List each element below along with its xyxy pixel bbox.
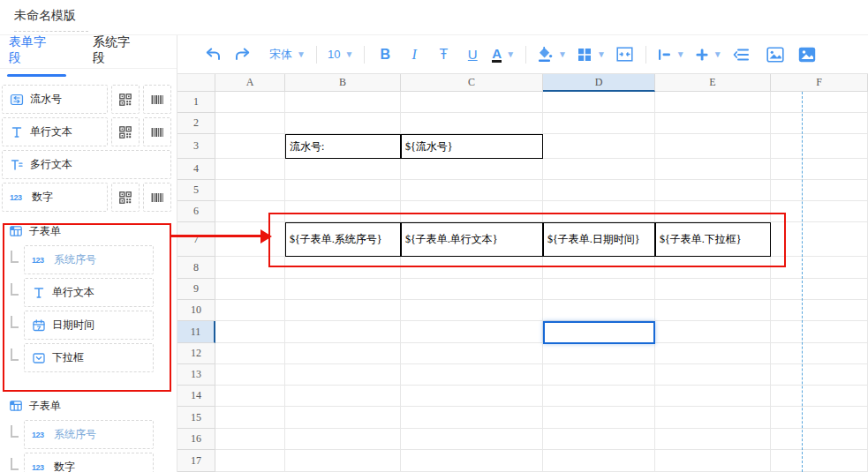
grid-cell-A16[interactable]	[215, 429, 285, 450]
outdent-button[interactable]	[732, 42, 751, 67]
grid-cell-B12[interactable]	[285, 343, 401, 364]
qr-code-button[interactable]	[111, 183, 140, 212]
subform-field-item[interactable]: 下拉框	[24, 343, 154, 372]
insert-button[interactable]: ▼	[695, 42, 722, 67]
grid-cell-A3[interactable]	[215, 134, 285, 159]
italic-button[interactable]: I	[404, 42, 424, 67]
grid-cell-C13[interactable]	[401, 364, 543, 386]
grid-cell-F5[interactable]	[771, 180, 868, 201]
underline-button[interactable]: U	[463, 42, 482, 67]
row-header-3[interactable]: 3	[177, 134, 215, 159]
grid-cell-D11[interactable]	[543, 321, 655, 343]
row-header-9[interactable]: 9	[177, 279, 215, 300]
align-button[interactable]: ▼	[657, 42, 685, 67]
borders-button[interactable]: ▼	[577, 42, 606, 67]
grid-cell-A1[interactable]	[215, 92, 285, 113]
grid-cell-F11[interactable]	[771, 321, 868, 343]
grid-cell-C6[interactable]	[401, 201, 543, 222]
row-header-14[interactable]: 14	[177, 386, 215, 407]
grid-cell-F3[interactable]	[771, 134, 868, 159]
grid-cell-B3[interactable]: 流水号:	[285, 134, 401, 159]
grid-cell-F12[interactable]	[771, 343, 868, 364]
grid-cell-B10[interactable]	[285, 300, 401, 321]
grid-cell-E8[interactable]	[655, 257, 771, 279]
column-header-E[interactable]: E	[655, 74, 771, 92]
grid-cell-A4[interactable]	[215, 159, 285, 180]
insert-image-button[interactable]	[766, 42, 785, 67]
column-header-F[interactable]: F	[771, 74, 868, 92]
grid-cell-D5[interactable]	[543, 180, 655, 201]
grid-cell-A12[interactable]	[215, 343, 285, 364]
grid-cell-D16[interactable]	[543, 429, 655, 450]
grid-cell-B11[interactable]	[285, 321, 401, 343]
grid-cell-F7[interactable]	[771, 222, 868, 257]
grid-cell-B2[interactable]	[285, 113, 401, 134]
qr-code-button[interactable]	[111, 85, 140, 114]
grid-cell-B1[interactable]	[285, 92, 401, 113]
grid-cell-C7[interactable]: ${子表单.单行文本}	[401, 222, 543, 257]
grid-cell-B13[interactable]	[285, 364, 401, 386]
column-header-B[interactable]: B	[285, 74, 401, 92]
grid-cell-A7[interactable]	[215, 222, 285, 257]
grid-cell-F8[interactable]	[771, 257, 868, 279]
grid-cell-E1[interactable]	[655, 92, 771, 113]
font-family-select[interactable]: 宋体▼	[269, 42, 306, 67]
undo-button[interactable]	[203, 42, 223, 67]
grid-cell-C11[interactable]	[401, 321, 543, 343]
grid-cell-E3[interactable]	[655, 134, 771, 159]
select-all-corner[interactable]	[177, 74, 215, 92]
grid-cell-B7[interactable]: ${子表单.系统序号}	[285, 222, 401, 257]
subform-field-item[interactable]: 日期时间	[24, 311, 154, 340]
grid-cell-E9[interactable]	[655, 279, 771, 300]
grid-cell-F1[interactable]	[771, 92, 868, 113]
grid-cell-B4[interactable]	[285, 159, 401, 180]
grid-cell-D4[interactable]	[543, 159, 655, 180]
grid-cell-D15[interactable]	[543, 407, 655, 429]
field-item[interactable]: 多行文本	[2, 150, 171, 179]
grid-cell-E12[interactable]	[655, 343, 771, 364]
grid-cell-E7[interactable]: ${子表单.下拉框}	[655, 222, 771, 257]
grid-cell-D12[interactable]	[543, 343, 655, 364]
grid-cell-C16[interactable]	[401, 429, 543, 450]
grid-cell-F9[interactable]	[771, 279, 868, 300]
grid-cell-D1[interactable]	[543, 92, 655, 113]
grid-cell-E16[interactable]	[655, 429, 771, 450]
fill-color-button[interactable]: ▼	[537, 42, 567, 67]
grid-cell-A14[interactable]	[215, 386, 285, 407]
column-header-A[interactable]: A	[215, 74, 285, 92]
grid-cell-F15[interactable]	[771, 407, 868, 429]
grid-cell-F17[interactable]	[771, 450, 868, 472]
grid-cell-C15[interactable]	[401, 407, 543, 429]
row-header-1[interactable]: 1	[177, 92, 215, 113]
qr-code-button[interactable]	[111, 117, 140, 146]
strikethrough-button[interactable]: Ŧ	[434, 42, 453, 67]
grid-cell-D17[interactable]	[543, 450, 655, 472]
grid-cell-A11[interactable]	[215, 321, 285, 343]
grid-cell-E5[interactable]	[655, 180, 771, 201]
grid-cell-B14[interactable]	[285, 386, 401, 407]
subform-field-item[interactable]: 123数字	[24, 453, 154, 472]
grid-cell-B16[interactable]	[285, 429, 401, 450]
barcode-button[interactable]	[143, 117, 171, 146]
grid-cell-B5[interactable]	[285, 180, 401, 201]
field-item[interactable]: 流水号	[2, 85, 108, 114]
grid-cell-E2[interactable]	[655, 113, 771, 134]
grid-cell-E10[interactable]	[655, 300, 771, 321]
grid-cell-A8[interactable]	[215, 257, 285, 279]
row-header-10[interactable]: 10	[177, 300, 215, 321]
grid-cell-A6[interactable]	[215, 201, 285, 222]
row-header-16[interactable]: 16	[177, 429, 215, 450]
field-item[interactable]: 123数字	[2, 183, 108, 212]
grid-cell-A15[interactable]	[215, 407, 285, 429]
grid-cell-D9[interactable]	[543, 279, 655, 300]
grid-cell-C17[interactable]	[401, 450, 543, 472]
grid-cell-E13[interactable]	[655, 364, 771, 386]
grid-cell-C12[interactable]	[401, 343, 543, 364]
grid-cell-F4[interactable]	[771, 159, 868, 180]
grid-cell-B6[interactable]	[285, 201, 401, 222]
grid-cell-C9[interactable]	[401, 279, 543, 300]
grid-cell-C2[interactable]	[401, 113, 543, 134]
row-header-15[interactable]: 15	[177, 407, 215, 429]
grid-cell-F6[interactable]	[771, 201, 868, 222]
grid-cell-F10[interactable]	[771, 300, 868, 321]
